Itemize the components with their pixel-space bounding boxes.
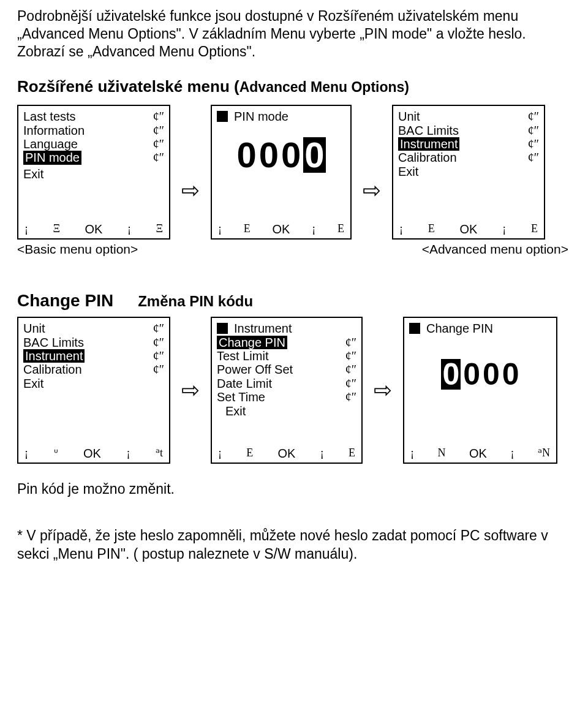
screen-basic-menu: Last tests¢″ Information¢″ Language¢″ PI…: [17, 105, 170, 240]
menu-exit: Exit: [23, 167, 164, 181]
menu-item: BAC Limits¢″: [23, 336, 164, 349]
screen-footer: ¡ᶸOK¡ᵃt: [23, 447, 164, 460]
screens-row-2: Unit¢″ BAC Limits¢″ Instrument¢″ Calibra…: [17, 317, 571, 464]
pin-digits: 0 0 0 0: [409, 359, 551, 390]
screen-change-pin: Change PIN 0 0 0 0 ¡NOK¡ᵃN: [403, 317, 557, 464]
note-forgotten-pin: * V případě, že jste heslo zapomněli, mů…: [17, 527, 571, 564]
screen-pin-entry: PIN mode 0 0 0 0 ¡EOK¡E: [211, 105, 352, 240]
caption-advanced: <Advanced menu option>: [422, 242, 568, 257]
menu-item-selected: Change PIN¢″: [217, 336, 356, 349]
menu-item: Last tests¢″: [23, 110, 164, 123]
screen-title: PIN mode: [217, 110, 345, 123]
pin-digits: 0 0 0 0: [217, 137, 345, 173]
screen-advanced-menu: Unit¢″ BAC Limits¢″ Instrument¢″ Calibra…: [392, 105, 545, 240]
caption-basic: <Basic menu option>: [17, 242, 138, 257]
screen-title: Change PIN: [409, 322, 551, 335]
change-pin-heading: Change PIN Změna PIN kódu: [17, 291, 571, 311]
menu-exit: Exit: [398, 165, 539, 178]
menu-item-selected: PIN mode¢″: [23, 151, 164, 164]
arrow-right-icon: ⇨: [363, 178, 381, 203]
menu-exit: Exit: [217, 404, 356, 418]
menu-item-selected: Instrument¢″: [23, 349, 164, 363]
screen-footer: ¡ΞOK¡Ξ: [23, 222, 164, 236]
menu-item: Unit¢″: [23, 322, 164, 335]
square-icon: [409, 323, 420, 334]
intro-paragraph: Podrobnější uživatelské funkce jsou dost…: [17, 7, 571, 60]
screen-footer: ¡EOK¡E: [398, 222, 539, 236]
screens-row-1: Last tests¢″ Information¢″ Language¢″ PI…: [17, 105, 571, 240]
menu-item: Calibration¢″: [23, 363, 164, 376]
menu-item: Date Limit¢″: [217, 377, 356, 390]
screen-footer: ¡EOK¡E: [217, 447, 356, 460]
menu-item: Calibration¢″: [398, 151, 539, 164]
heading-advanced-menu: Rozšířené uživatelské menu (Advanced Men…: [17, 77, 571, 96]
menu-item: Information¢″: [23, 124, 164, 137]
menu-exit: Exit: [23, 377, 164, 390]
screen-title: Instrument: [217, 322, 356, 335]
arrow-right-icon: ⇨: [181, 377, 200, 403]
square-icon: [217, 111, 228, 122]
screen-footer: ¡EOK¡E: [217, 222, 345, 236]
menu-item-selected: Instrument¢″: [398, 137, 539, 151]
arrow-right-icon: ⇨: [181, 178, 200, 203]
square-icon: [217, 323, 228, 334]
menu-item: Language¢″: [23, 137, 164, 151]
arrow-right-icon: ⇨: [374, 377, 392, 403]
menu-item: BAC Limits¢″: [398, 124, 539, 137]
menu-item: Power Off Set¢″: [217, 363, 356, 376]
caption-row: <Basic menu option> <Advanced menu optio…: [17, 242, 571, 257]
screen-instrument-menu: Instrument Change PIN¢″ Test Limit¢″ Pow…: [211, 317, 363, 464]
menu-item: Test Limit¢″: [217, 349, 356, 363]
screen-footer: ¡NOK¡ᵃN: [409, 447, 551, 460]
screen-advanced-menu-2: Unit¢″ BAC Limits¢″ Instrument¢″ Calibra…: [17, 317, 170, 464]
menu-item: Set Time¢″: [217, 390, 356, 404]
note-pin-change: Pin kód je možno změnit.: [17, 481, 571, 497]
menu-item: Unit¢″: [398, 110, 539, 123]
